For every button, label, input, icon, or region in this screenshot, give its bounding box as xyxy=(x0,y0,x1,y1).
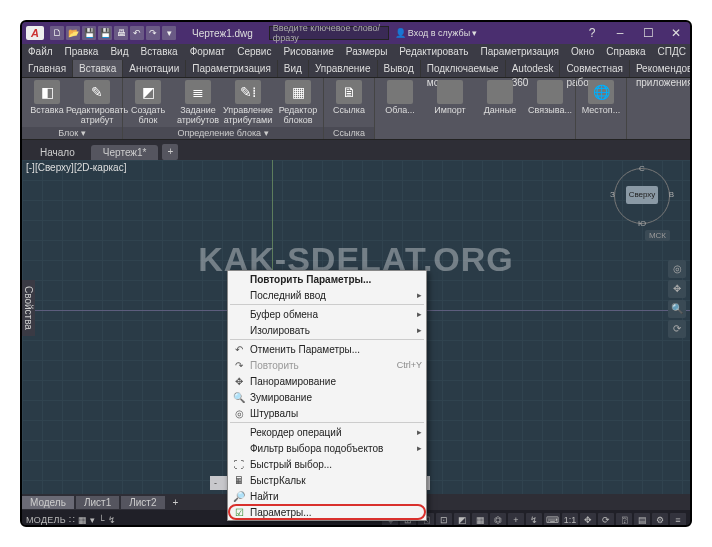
nav-zoom-icon[interactable]: 🔍 xyxy=(668,300,686,318)
ribbon-button[interactable]: Данные xyxy=(475,78,525,139)
menu-окно[interactable]: Окно xyxy=(565,44,600,60)
ribbon-button[interactable]: Связыва... xyxy=(525,78,575,139)
start-tab[interactable]: Начало xyxy=(28,145,87,160)
properties-palette-tab[interactable]: Свойства xyxy=(22,280,35,336)
ribbon-button[interactable]: 🗎Ссылка xyxy=(324,78,374,127)
ribbon-tab[interactable]: Autodesk 360 xyxy=(506,60,561,77)
menu-сервис[interactable]: Сервис xyxy=(231,44,277,60)
ribbon-button[interactable]: Импорт xyxy=(425,78,475,139)
context-menu-item[interactable]: ☑Параметры... xyxy=(228,504,426,520)
ribbon-tab[interactable]: Подключаемые модули xyxy=(421,60,506,77)
ribbon-tab[interactable]: Вставка xyxy=(73,60,123,77)
context-menu-item[interactable]: ⛶Быстрый выбор... xyxy=(228,456,426,472)
sign-in-link[interactable]: 👤 Вход в службы ▾ xyxy=(395,28,477,38)
status-toggle-icon[interactable]: ↯ xyxy=(526,513,542,527)
menu-редактировать[interactable]: Редактировать xyxy=(393,44,474,60)
viewport-controls[interactable]: [-][Сверху][2D-каркас] xyxy=(26,162,126,173)
panel-caption[interactable]: Блок ▾ xyxy=(22,127,122,139)
context-menu-item[interactable]: 🔎Найти xyxy=(228,488,426,504)
context-menu-item[interactable]: 🔍Зумирование xyxy=(228,389,426,405)
ribbon-button[interactable]: ◩Создать блок xyxy=(123,78,173,127)
ribbon-button[interactable]: ✎⁞Управление атрибутами xyxy=(223,78,273,127)
menu-спдс[interactable]: СПДС xyxy=(652,44,692,60)
status-toggle-icon[interactable]: + xyxy=(508,513,524,527)
ribbon-button[interactable]: ≣Задание атрибутов xyxy=(173,78,223,127)
nav-pan-icon[interactable]: ✥ xyxy=(668,280,686,298)
qat-redo-icon[interactable]: ↷ xyxy=(146,26,160,40)
status-toggle-icon[interactable]: ⊡ xyxy=(436,513,452,527)
add-layout-button[interactable]: + xyxy=(167,497,185,508)
viewcube-top-face[interactable]: Сверху xyxy=(626,186,658,204)
layout-tab-model[interactable]: Модель xyxy=(22,496,74,509)
ribbon-button[interactable]: Обла... xyxy=(375,78,425,139)
ribbon-tab[interactable]: Параметризация xyxy=(186,60,278,77)
status-toggle-icon[interactable]: ⟳ xyxy=(598,513,614,527)
ribbon-tab[interactable]: Управление xyxy=(309,60,378,77)
context-menu-item[interactable]: 🖩БыстрКальк xyxy=(228,472,426,488)
menu-справка[interactable]: Справка xyxy=(600,44,651,60)
context-menu-item[interactable]: ◎Штурвалы xyxy=(228,405,426,421)
ribbon-button-icon: 🌐 xyxy=(588,80,614,104)
status-toggle-icon[interactable]: ⍰ xyxy=(616,513,632,527)
context-menu-item[interactable]: ✥Панорамирование xyxy=(228,373,426,389)
menu-вставка[interactable]: Вставка xyxy=(134,44,183,60)
document-tab-active[interactable]: Чертеж1* xyxy=(91,145,159,160)
status-toggle-icon[interactable]: ▤ xyxy=(634,513,650,527)
nav-orbit-icon[interactable]: ⟳ xyxy=(668,320,686,338)
ribbon-button[interactable]: 🌐Местоп... xyxy=(576,78,626,139)
menu-файл[interactable]: Файл xyxy=(22,44,59,60)
layout-tab-sheet1[interactable]: Лист1 xyxy=(76,496,119,509)
status-toggle-icon[interactable]: ◩ xyxy=(454,513,470,527)
maximize-button[interactable]: ☐ xyxy=(634,22,662,44)
qat-print-icon[interactable]: 🖶 xyxy=(114,26,128,40)
menu-рисование[interactable]: Рисование xyxy=(277,44,339,60)
ribbon-tab[interactable]: Главная xyxy=(22,60,73,77)
ribbon-tab[interactable]: Рекомендованные приложения xyxy=(630,60,692,77)
view-cube[interactable]: Сверху С Ю З В xyxy=(612,166,672,226)
context-menu-item[interactable]: Рекордер операций▸ xyxy=(228,424,426,440)
ribbon-button[interactable]: ▦Редактор блоков xyxy=(273,78,323,127)
status-toggle-icon[interactable]: ≡ xyxy=(670,513,686,527)
qat-undo-icon[interactable]: ↶ xyxy=(130,26,144,40)
qat-more-icon[interactable]: ▾ xyxy=(162,26,176,40)
close-button[interactable]: ✕ xyxy=(662,22,690,44)
ribbon-button[interactable]: ◧Вставка xyxy=(22,78,72,127)
status-toggle-icon[interactable]: ⚙ xyxy=(652,513,668,527)
ribbon-tab[interactable]: Вывод xyxy=(378,60,421,77)
context-menu-item[interactable]: Фильтр выбора подобъектов▸ xyxy=(228,440,426,456)
qat-saveas-icon[interactable]: 💾 xyxy=(98,26,112,40)
menu-правка[interactable]: Правка xyxy=(59,44,105,60)
menu-размеры[interactable]: Размеры xyxy=(340,44,394,60)
panel-caption[interactable]: Определение блока ▾ xyxy=(123,127,323,139)
ribbon-button[interactable]: ✎Редактировать атрибут xyxy=(72,78,122,127)
ucs-label[interactable]: МСК xyxy=(645,230,670,241)
ribbon-tab[interactable]: Аннотации xyxy=(123,60,186,77)
status-toggle-icon[interactable]: ✥ xyxy=(580,513,596,527)
menu-item-icon: 🔎 xyxy=(232,491,246,502)
context-menu-item[interactable]: Повторить Параметры... xyxy=(228,271,426,287)
layout-tab-sheet2[interactable]: Лист2 xyxy=(121,496,164,509)
context-menu-item[interactable]: ↶Отменить Параметры... xyxy=(228,341,426,357)
status-toggle-icon[interactable]: 1:1 xyxy=(562,513,578,527)
new-tab-button[interactable]: + xyxy=(162,144,178,160)
drawing-canvas[interactable]: [-][Сверху][2D-каркас] KAK-SDELAT.ORG Св… xyxy=(22,160,690,494)
context-menu-item[interactable]: Последний ввод▸ xyxy=(228,287,426,303)
app-logo[interactable]: A xyxy=(26,26,44,40)
ribbon-tab[interactable]: Совместная работа xyxy=(560,60,630,77)
help-button[interactable]: ? xyxy=(578,22,606,44)
help-search-input[interactable]: Введите ключевое слово/фразу xyxy=(269,26,389,40)
menu-параметризация[interactable]: Параметризация xyxy=(474,44,565,60)
status-toggle-icon[interactable]: ⌨ xyxy=(544,513,560,527)
nav-wheel-icon[interactable]: ◎ xyxy=(668,260,686,278)
ribbon-tab[interactable]: Вид xyxy=(278,60,309,77)
context-menu-item[interactable]: Изолировать▸ xyxy=(228,322,426,338)
status-toggle-icon[interactable]: ▦ xyxy=(472,513,488,527)
menu-вид[interactable]: Вид xyxy=(104,44,134,60)
menu-формат[interactable]: Формат xyxy=(184,44,232,60)
minimize-button[interactable]: – xyxy=(606,22,634,44)
status-toggle-icon[interactable]: ⏣ xyxy=(490,513,506,527)
qat-open-icon[interactable]: 📂 xyxy=(66,26,80,40)
qat-save-icon[interactable]: 💾 xyxy=(82,26,96,40)
qat-new-icon[interactable]: 🗋 xyxy=(50,26,64,40)
context-menu-item[interactable]: Буфер обмена▸ xyxy=(228,306,426,322)
